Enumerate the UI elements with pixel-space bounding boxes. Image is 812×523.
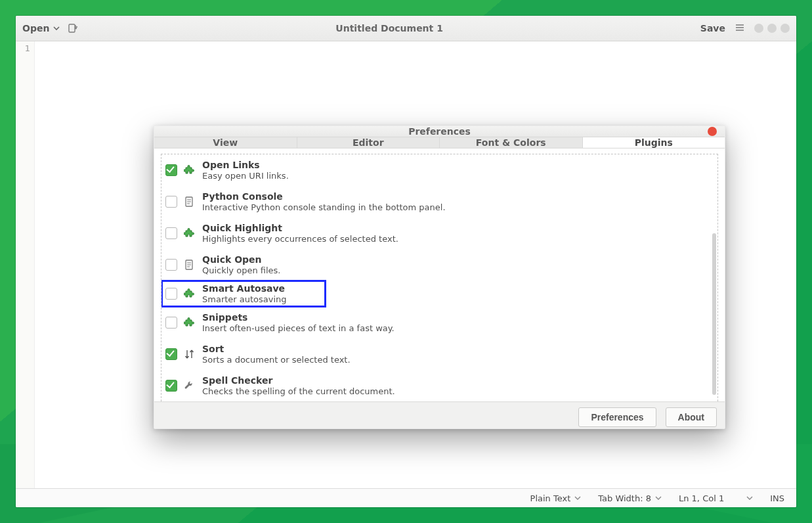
gedit-window: Open Untitled Document 1 Save	[16, 16, 796, 507]
language-label: Plain Text	[530, 493, 571, 503]
language-selector[interactable]: Plain Text	[530, 493, 582, 503]
open-button[interactable]: Open	[22, 23, 60, 34]
plugin-text: Quick OpenQuickly open files.	[202, 254, 280, 275]
plugin-description: Smarter autosaving	[202, 294, 287, 305]
headerbar: Open Untitled Document 1 Save	[16, 16, 796, 41]
open-button-label: Open	[22, 23, 49, 34]
tab-bar: ViewEditorFont & ColorsPlugins	[154, 137, 725, 148]
plugin-title: Quick Highlight	[202, 223, 398, 234]
puzzle-icon	[184, 317, 196, 329]
hamburger-menu-icon[interactable]	[735, 22, 745, 35]
plugin-row[interactable]: SortSorts a document or selected text.	[161, 338, 717, 370]
dialog-title: Preferences	[408, 126, 471, 137]
desktop-wallpaper: Open Untitled Document 1 Save	[0, 0, 812, 523]
plugin-checkbox[interactable]	[165, 259, 177, 271]
plugin-row[interactable]: Smart AutosaveSmarter autosaving	[161, 281, 326, 307]
plugin-checkbox[interactable]	[165, 348, 177, 360]
plugin-row[interactable]: Python ConsoleInteractive Python console…	[161, 186, 717, 217]
chevron-down-icon	[574, 493, 581, 503]
puzzle-icon	[184, 164, 196, 176]
plugin-description: Easy open URI links.	[202, 171, 289, 181]
plugin-title: Open Links	[202, 160, 289, 171]
plugin-description: Checks the spelling of the current docum…	[202, 386, 395, 397]
cursor-position-label: Ln 1, Col 1	[679, 493, 724, 503]
headerbar-right: Save	[700, 22, 790, 35]
plugin-title: Smart Autosave	[202, 283, 287, 294]
plugin-description: Quickly open files.	[202, 265, 280, 276]
window-title: Untitled Document 1	[85, 23, 693, 34]
line-number: 1	[16, 43, 30, 53]
cursor-position: Ln 1, Col 1	[679, 493, 753, 503]
window-controls	[754, 24, 790, 33]
plugin-description: Interactive Python console standing in t…	[202, 202, 446, 213]
insert-mode[interactable]: INS	[770, 493, 784, 503]
plugin-row[interactable]: Spell CheckerChecks the spelling of the …	[161, 370, 717, 401]
dialog-body: Open LinksEasy open URI links.Python Con…	[154, 148, 725, 401]
window-close-button[interactable]	[780, 24, 790, 33]
insert-mode-label: INS	[770, 493, 784, 503]
puzzle-icon	[184, 288, 196, 300]
window-minimize-button[interactable]	[754, 24, 763, 33]
plugin-description: Insert often-used pieces of text in a fa…	[202, 323, 395, 334]
tab-font-colors[interactable]: Font & Colors	[440, 137, 583, 148]
doc-icon	[184, 259, 196, 271]
plugin-checkbox[interactable]	[165, 164, 177, 176]
plugin-checkbox[interactable]	[165, 227, 177, 239]
plugin-about-button[interactable]: About	[666, 407, 717, 427]
window-maximize-button[interactable]	[767, 24, 777, 33]
plugin-title: Python Console	[202, 191, 446, 202]
plugin-checkbox[interactable]	[165, 380, 177, 392]
wrench-icon	[184, 380, 196, 392]
plugin-text: SnippetsInsert often-used pieces of text…	[202, 312, 395, 333]
chevron-down-icon	[746, 493, 753, 503]
headerbar-left: Open	[22, 23, 78, 34]
plugin-text: Quick HighlightHighlights every occurren…	[202, 223, 398, 244]
tabwidth-selector[interactable]: Tab Width: 8	[598, 493, 662, 503]
chevron-down-icon	[655, 493, 662, 503]
preferences-dialog: Preferences ViewEditorFont & ColorsPlugi…	[154, 125, 725, 429]
svg-rect-0	[69, 24, 75, 32]
tab-view[interactable]: View	[154, 137, 297, 148]
save-button[interactable]: Save	[700, 23, 725, 34]
line-number-gutter: 1	[16, 41, 35, 488]
plugin-title: Spell Checker	[202, 375, 395, 386]
sort-icon	[184, 348, 196, 360]
chevron-down-icon	[53, 25, 60, 32]
plugin-row[interactable]: Quick HighlightHighlights every occurren…	[161, 217, 717, 249]
plugin-checkbox[interactable]	[165, 288, 177, 300]
dialog-header: Preferences	[154, 126, 725, 137]
plugin-list[interactable]: Open LinksEasy open URI links.Python Con…	[161, 154, 718, 401]
tab-plugins[interactable]: Plugins	[583, 137, 725, 148]
tab-editor[interactable]: Editor	[297, 137, 440, 148]
plugin-title: Sort	[202, 344, 351, 355]
doc-icon	[184, 196, 196, 208]
plugin-preferences-button[interactable]: Preferences	[578, 407, 656, 427]
plugin-text: Smart AutosaveSmarter autosaving	[202, 283, 287, 304]
dialog-close-button[interactable]	[708, 127, 717, 136]
plugin-checkbox[interactable]	[165, 317, 177, 329]
plugin-title: Snippets	[202, 312, 395, 323]
plugin-row[interactable]: Open LinksEasy open URI links.	[161, 154, 717, 186]
plugin-description: Sorts a document or selected text.	[202, 355, 351, 365]
plugin-title: Quick Open	[202, 254, 280, 265]
puzzle-icon	[184, 227, 196, 239]
plugin-row[interactable]: SnippetsInsert often-used pieces of text…	[161, 307, 717, 338]
plugin-text: Open LinksEasy open URI links.	[202, 160, 289, 181]
statusbar: Plain Text Tab Width: 8 Ln 1, Col 1 INS	[16, 488, 796, 507]
plugin-text: Python ConsoleInteractive Python console…	[202, 191, 446, 212]
plugin-row[interactable]: Quick OpenQuickly open files.	[161, 249, 717, 281]
plugin-text: Spell CheckerChecks the spelling of the …	[202, 375, 395, 396]
tabwidth-label: Tab Width: 8	[598, 493, 651, 503]
new-tab-button[interactable]	[68, 23, 78, 34]
dialog-footer: Preferences About	[154, 401, 725, 429]
plugin-checkbox[interactable]	[165, 196, 177, 208]
plugin-text: SortSorts a document or selected text.	[202, 344, 351, 365]
plugin-description: Highlights every occurrences of selected…	[202, 234, 398, 244]
